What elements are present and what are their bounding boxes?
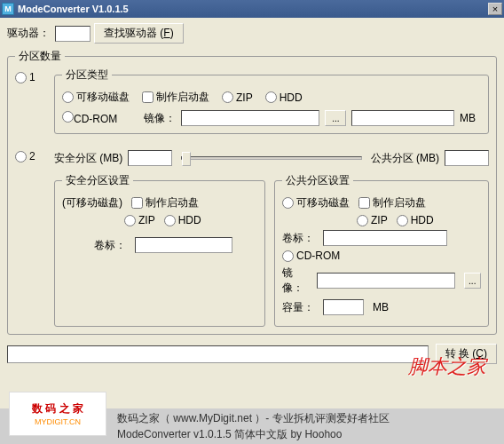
browse-button[interactable]: ...	[325, 110, 346, 126]
public-settings-group: 公共分区设置 可移动磁盘 制作启动盘 ZIP HDD 卷标：	[274, 173, 489, 327]
mb-label: MB	[460, 112, 481, 124]
logo: 数 码 之 家 MYDIGIT.CN	[9, 392, 106, 436]
partition-1-radio[interactable]	[15, 72, 27, 83]
public-zip-label: ZIP	[371, 214, 388, 226]
drive-label: 驱动器：	[7, 26, 50, 41]
secure-zip-radio[interactable]	[124, 215, 136, 226]
public-vol-label: 卷标：	[282, 231, 314, 246]
app-icon: M	[2, 3, 14, 15]
secure-size-label: 安全分区 (MB)	[54, 151, 122, 166]
content-area: 驱动器： 查找驱动器 (F) 分区数量 1 分区类型 可移动磁盘 制作启动盘 Z…	[0, 18, 504, 408]
partition-2-radio[interactable]	[15, 151, 27, 163]
public-bootdisk-label: 制作启动盘	[373, 195, 426, 210]
public-settings-legend: 公共分区设置	[282, 173, 353, 188]
drive-row: 驱动器： 查找驱动器 (F)	[7, 23, 497, 44]
progress-row: 转 换 (C)	[7, 344, 497, 364]
partition-count-group: 分区数量 1 分区类型 可移动磁盘 制作启动盘 ZIP HDD CD-ROM 镜…	[7, 49, 497, 335]
footer-text: 数码之家（ www.MyDigit.net ）- 专业拆机评测爱好者社区 Mod…	[117, 410, 390, 442]
public-vol-input[interactable]	[323, 230, 447, 246]
public-removable-label: 可移动磁盘	[296, 195, 350, 210]
option-2-row: 2 安全分区 (MB) 公共分区 (MB) 安全分区设置 (可	[15, 147, 489, 327]
zip-radio[interactable]	[222, 91, 233, 103]
partition-type-group: 分区类型 可移动磁盘 制作启动盘 ZIP HDD CD-ROM 镜像： ... …	[54, 67, 489, 134]
public-hdd-radio[interactable]	[397, 215, 408, 226]
secure-size-input[interactable]	[128, 150, 172, 166]
partition-count-legend: 分区数量	[15, 49, 65, 64]
logo-subtext: MYDIGIT.CN	[35, 417, 81, 426]
public-capacity-label: 容量：	[282, 300, 314, 315]
public-cdrom-label: CD-ROM	[296, 250, 340, 262]
size-slider[interactable]	[177, 156, 365, 160]
option-1-row: 1 分区类型 可移动磁盘 制作启动盘 ZIP HDD CD-ROM 镜像： ..…	[15, 67, 489, 139]
removable-label: 可移动磁盘	[76, 90, 130, 105]
partition-1-label: 1	[29, 71, 35, 83]
secure-vol-label: 卷标：	[94, 238, 126, 253]
footer-line1: 数码之家（ www.MyDigit.net ）- 专业拆机评测爱好者社区	[117, 410, 390, 426]
secure-removable-hint: (可移动磁盘)	[62, 195, 122, 210]
secure-hdd-label: HDD	[178, 214, 201, 226]
zip-label: ZIP	[236, 91, 253, 104]
public-zip-radio[interactable]	[357, 215, 368, 226]
bootdisk-check[interactable]	[142, 91, 154, 103]
bootdisk-label: 制作启动盘	[156, 90, 209, 105]
secure-zip-label: ZIP	[138, 214, 155, 226]
window-title: ModeConverter V1.0.1.5	[18, 4, 488, 14]
cdrom-radio[interactable]	[62, 111, 74, 123]
public-size-label: 公共分区 (MB)	[371, 151, 439, 166]
public-hdd-label: HDD	[411, 214, 434, 226]
removable-radio[interactable]	[62, 91, 74, 103]
image-path-input[interactable]	[181, 110, 319, 126]
public-bootdisk-check[interactable]	[358, 197, 370, 209]
secure-settings-legend: 安全分区设置	[62, 173, 133, 188]
titlebar: M ModeConverter V1.0.1.5 ×	[0, 0, 504, 18]
secure-hdd-radio[interactable]	[164, 215, 176, 226]
partition-type-legend: 分区类型	[62, 67, 112, 83]
secure-bootdisk-check[interactable]	[131, 197, 143, 209]
public-image-input[interactable]	[317, 273, 455, 289]
footer: 数 码 之 家 MYDIGIT.CN 数码之家（ www.MyDigit.net…	[0, 408, 504, 444]
hdd-radio[interactable]	[265, 91, 277, 103]
footer-line2: ModeConverter v1.0.1.5 简体中文版 by Hoohoo	[117, 426, 390, 442]
image-label: 镜像：	[144, 111, 176, 126]
public-browse-button[interactable]: ...	[464, 273, 481, 289]
logo-text: 数 码 之 家	[32, 401, 83, 416]
cdrom-label: CD-ROM	[74, 113, 117, 125]
hdd-label: HDD	[280, 91, 303, 104]
convert-button[interactable]: 转 换 (C)	[436, 344, 497, 364]
public-size-input[interactable]	[445, 150, 489, 166]
find-drive-button[interactable]: 查找驱动器 (F)	[94, 23, 184, 44]
secure-bootdisk-label: 制作启动盘	[146, 195, 199, 210]
public-removable-radio[interactable]	[282, 197, 294, 209]
partition-2-label: 2	[29, 150, 35, 163]
secure-settings-group: 安全分区设置 (可移动磁盘) 制作启动盘 ZIP HDD 卷标：	[54, 173, 265, 327]
public-mb-label: MB	[373, 301, 389, 313]
close-button[interactable]: ×	[488, 3, 502, 15]
public-capacity-input[interactable]	[323, 299, 364, 315]
public-cdrom-radio[interactable]	[282, 250, 294, 262]
public-image-label: 镜像：	[282, 266, 308, 296]
image-size-input[interactable]	[351, 110, 454, 126]
progress-display	[7, 345, 429, 363]
drive-input[interactable]	[55, 26, 91, 42]
secure-vol-input[interactable]	[135, 237, 232, 253]
